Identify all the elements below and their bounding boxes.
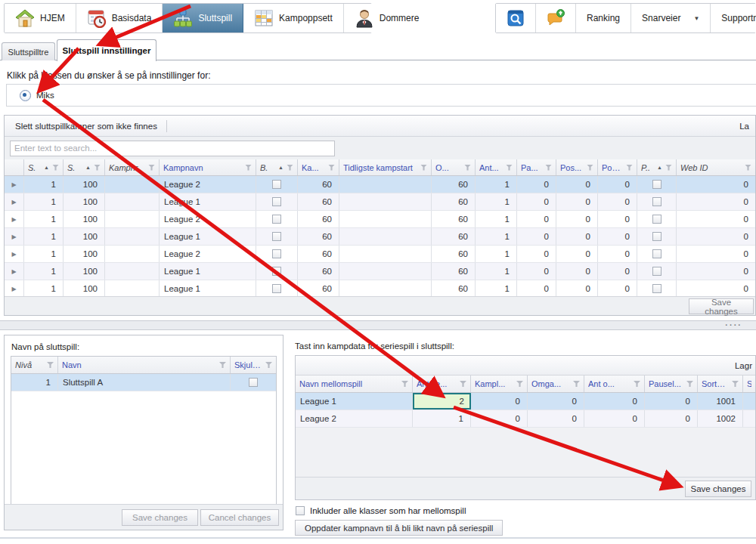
save-label-clipped[interactable]: La bbox=[739, 122, 749, 131]
filter-icon[interactable] bbox=[401, 381, 408, 387]
column-header[interactable]: Kampnr bbox=[105, 159, 160, 175]
row-checkbox[interactable] bbox=[272, 180, 281, 189]
column-header[interactable]: Kampnavn bbox=[160, 159, 256, 175]
toolbar-item-hjem[interactable]: HJEM bbox=[5, 4, 76, 32]
table-row[interactable]: ▶ 1 100 League 2 60 60 1 0 0 0 0 bbox=[5, 211, 755, 228]
toolbar-item-basisdata[interactable]: Basisdata bbox=[76, 4, 163, 32]
cancel-changes-button[interactable]: Cancel changes bbox=[200, 509, 279, 526]
column-header[interactable]: Tidligste kampstart bbox=[339, 159, 432, 175]
filter-icon[interactable] bbox=[573, 381, 580, 387]
save-changes-button[interactable]: Save changes bbox=[122, 509, 198, 526]
row-expand-icon[interactable]: ▶ bbox=[11, 268, 16, 275]
filter-icon[interactable] bbox=[287, 165, 293, 171]
filter-icon[interactable] bbox=[545, 165, 552, 171]
row-expand-icon[interactable]: ▶ bbox=[11, 286, 16, 292]
column-header[interactable]: Slu... bbox=[743, 376, 755, 392]
row-checkbox[interactable] bbox=[652, 284, 662, 293]
save-changes-button[interactable]: Save changes bbox=[685, 481, 751, 497]
table-row[interactable]: ▶ 1 100 League 1 60 60 1 0 0 0 0 bbox=[5, 280, 755, 298]
horizontal-splitter[interactable] bbox=[0, 320, 756, 330]
filter-icon[interactable] bbox=[52, 165, 59, 171]
column-header[interactable]: Ant... bbox=[476, 159, 517, 175]
filter-icon[interactable] bbox=[516, 381, 523, 387]
save-changes-button[interactable]: Save changes bbox=[689, 298, 754, 314]
row-checkbox[interactable] bbox=[652, 267, 662, 276]
row-checkbox[interactable] bbox=[652, 249, 662, 258]
table-row[interactable]: League 2 1 0 0 0 0 1002 bbox=[296, 410, 755, 428]
ranking-button[interactable]: Ranking bbox=[576, 4, 631, 32]
search-button[interactable] bbox=[496, 4, 536, 32]
column-header[interactable]: Navn bbox=[58, 357, 231, 373]
row-expand-icon[interactable]: ▶ bbox=[11, 199, 16, 206]
column-header[interactable]: O... bbox=[432, 159, 476, 175]
toolbar-item-kampoppsett[interactable]: Kampoppsett bbox=[243, 4, 344, 32]
filter-icon[interactable] bbox=[219, 362, 226, 368]
toolbar-item-dommere[interactable]: Dommere bbox=[344, 4, 430, 32]
filter-icon[interactable] bbox=[626, 165, 633, 171]
row-checkbox[interactable] bbox=[249, 378, 258, 387]
filter-icon[interactable] bbox=[460, 381, 466, 387]
column-header[interactable]: Ant o... bbox=[584, 376, 645, 392]
delete-missing-matches-button[interactable]: Slett sluttspillkamper som ikke finnes bbox=[11, 119, 162, 133]
row-expand-icon[interactable]: ▶ bbox=[11, 251, 16, 258]
column-header[interactable]: Pausel... bbox=[645, 376, 698, 392]
row-checkbox[interactable] bbox=[652, 180, 662, 189]
radio-miks[interactable] bbox=[20, 90, 31, 101]
supportmeny-button[interactable]: Supportmeny bbox=[711, 4, 756, 32]
table-row[interactable]: ▶ 1 100 League 1 60 60 1 0 0 0 0 bbox=[5, 263, 755, 280]
row-expand-icon[interactable]: ▶ bbox=[11, 181, 16, 188]
table-row[interactable]: ▶ 1 100 League 2 60 60 1 0 0 0 0 bbox=[5, 176, 755, 193]
filter-icon[interactable] bbox=[420, 165, 427, 171]
row-checkbox[interactable] bbox=[652, 215, 662, 224]
filter-icon[interactable] bbox=[245, 165, 252, 171]
tab-sluttspill-innstillinger[interactable]: Sluttspill innstillinger bbox=[57, 39, 156, 61]
column-header[interactable]: Skjul s... bbox=[231, 357, 276, 373]
messages-button[interactable] bbox=[536, 4, 576, 32]
filter-icon[interactable] bbox=[587, 165, 593, 171]
column-header[interactable]: Pa... bbox=[517, 159, 556, 175]
row-checkbox[interactable] bbox=[272, 284, 281, 293]
column-header[interactable]: S.▲ bbox=[64, 159, 105, 175]
column-header[interactable]: Omga... bbox=[528, 376, 584, 392]
row-checkbox[interactable] bbox=[272, 267, 281, 276]
row-checkbox[interactable] bbox=[272, 232, 281, 241]
column-header[interactable]: Pos... bbox=[556, 159, 598, 175]
column-header[interactable]: Ka... bbox=[298, 159, 339, 175]
column-header[interactable]: Web ID bbox=[677, 159, 755, 175]
table-row[interactable]: ▶ 1 100 League 2 60 60 1 0 0 0 0 bbox=[5, 246, 755, 263]
tab-sluttspilltre[interactable]: Sluttspilltre bbox=[2, 42, 55, 60]
filter-icon[interactable] bbox=[148, 165, 155, 171]
row-expand-icon[interactable]: ▶ bbox=[11, 216, 16, 223]
filter-icon[interactable] bbox=[94, 165, 101, 171]
filter-icon[interactable] bbox=[686, 381, 693, 387]
row-checkbox[interactable] bbox=[652, 197, 662, 206]
row-checkbox[interactable] bbox=[272, 215, 281, 224]
row-checkbox[interactable] bbox=[652, 232, 662, 241]
column-header[interactable]: Kampl... bbox=[471, 376, 528, 392]
row-checkbox[interactable] bbox=[272, 197, 281, 206]
filter-icon[interactable] bbox=[634, 381, 640, 387]
column-header[interactable]: S.▲ bbox=[24, 159, 64, 175]
search-input[interactable] bbox=[10, 141, 335, 156]
save-label-clipped[interactable]: Lagr bbox=[735, 361, 755, 370]
row-expand-icon[interactable]: ▶ bbox=[11, 233, 16, 240]
column-header[interactable]: Nivå bbox=[11, 357, 58, 373]
table-row[interactable]: 1 Sluttspill A bbox=[11, 374, 276, 391]
table-row[interactable]: ▶ 1 100 League 1 60 60 1 0 0 0 0 bbox=[5, 193, 755, 211]
column-header[interactable]: P..▲ bbox=[637, 159, 677, 175]
filter-icon[interactable] bbox=[506, 165, 513, 171]
table-row[interactable]: League 1 2 0 0 0 0 1001 bbox=[296, 393, 755, 410]
column-header[interactable]: Navn mellomspill bbox=[296, 376, 413, 392]
editable-cell[interactable]: 1 bbox=[413, 410, 471, 427]
row-checkbox[interactable] bbox=[272, 249, 281, 258]
filter-icon[interactable] bbox=[464, 165, 471, 171]
filter-icon[interactable] bbox=[47, 362, 54, 368]
column-header[interactable]: Sorteri... bbox=[698, 376, 743, 392]
table-row[interactable]: ▶ 1 100 League 1 60 60 1 0 0 0 0 bbox=[5, 228, 755, 246]
filter-icon[interactable] bbox=[732, 381, 739, 387]
column-header[interactable]: B.▲ bbox=[256, 159, 298, 175]
filter-icon[interactable] bbox=[665, 165, 672, 171]
include-classes-checkbox[interactable] bbox=[296, 506, 305, 515]
update-match-names-button[interactable]: Oppdater kampnavn til å bli likt navn på… bbox=[295, 520, 503, 536]
column-header[interactable]: Ant se... bbox=[413, 376, 471, 392]
